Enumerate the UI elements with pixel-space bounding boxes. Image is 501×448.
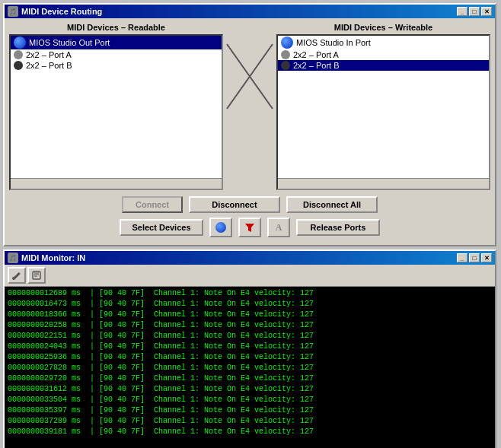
titlebar-buttons: _ □ ✕ (457, 7, 492, 16)
list-item[interactable]: 2x2 – Port B (11, 60, 222, 71)
device-icon-dark (281, 61, 290, 70)
list-item[interactable]: 2x2 – Port B (278, 60, 489, 71)
connection-lines (223, 37, 276, 189)
routing-window: 🎵 MIDI Device Routing _ □ ✕ MIDI Devices… (3, 3, 496, 246)
disconnect-button[interactable]: Disconnect (189, 196, 280, 213)
blue-ball-button[interactable] (209, 218, 232, 237)
funnel-icon (244, 222, 255, 233)
log-line: 0000000016473 ms | [90 40 7F] Channel 1:… (8, 299, 492, 310)
log-line: 0000000027828 ms | [90 40 7F] Channel 1:… (8, 363, 492, 373)
routing-window-title: MIDI Device Routing (21, 7, 102, 16)
routing-titlebar: 🎵 MIDI Device Routing _ □ ✕ (5, 5, 495, 18)
device-icon-gray (14, 50, 23, 59)
minimize-button[interactable]: _ (457, 7, 467, 16)
restore-button[interactable]: □ (469, 7, 480, 16)
device-label: MIOS Studio In Port (296, 38, 371, 47)
writeable-list-container: MIOS Studio In Port 2x2 – Port A 2x2 – P… (276, 34, 490, 190)
monitor-window-title: MIDI Monitor: IN (21, 253, 85, 262)
log-line: 0000000022151 ms | [90 40 7F] Channel 1:… (8, 331, 492, 342)
log-line: 0000000020258 ms | [90 40 7F] Channel 1:… (8, 320, 492, 331)
log-line: 0000000037289 ms | [90 40 7F] Channel 1:… (8, 416, 492, 427)
monitor-window: 🎵 MIDI Monitor: IN _ □ ✕ 0000000 (3, 249, 496, 448)
button-row-1: Connect Disconnect Disconnect All (9, 196, 490, 213)
device-label: 2x2 – Port A (293, 50, 339, 59)
log-line: 0000000029720 ms | [90 40 7F] Channel 1:… (8, 373, 492, 384)
connect-button[interactable]: Connect (122, 196, 183, 213)
writeable-panel: MIDI Devices – Writeable MIOS Studio In … (276, 23, 490, 190)
monitor-toolbar (5, 265, 495, 287)
list-item[interactable]: MIOS Studio Out Port (11, 36, 222, 49)
log-line: 0000000024043 ms | [90 40 7F] Channel 1:… (8, 342, 492, 352)
device-label: MIOS Studio Out Port (29, 38, 110, 47)
log-line: 0000000035397 ms | [90 40 7F] Channel 1:… (8, 405, 492, 416)
monitor-titlebar: 🎵 MIDI Monitor: IN _ □ ✕ (5, 251, 495, 265)
select-devices-button[interactable]: Select Devices (120, 219, 203, 236)
wrench-button[interactable] (8, 267, 26, 284)
monitor-titlebar-buttons: _ □ ✕ (457, 253, 492, 262)
monitor-restore-button[interactable]: □ (469, 253, 480, 262)
readable-list-container: MIOS Studio Out Port 2x2 – Port A 2x2 – … (9, 34, 223, 190)
button-row-2: Select Devices A Release Ports (9, 218, 490, 237)
svg-marker-2 (245, 224, 254, 232)
readable-hscrollbar[interactable] (11, 178, 222, 189)
wrench-icon (11, 270, 22, 281)
log-line: 0000000025936 ms | [90 40 7F] Channel 1:… (8, 352, 492, 363)
device-label: 2x2 – Port B (293, 61, 340, 70)
device-label: 2x2 – Port B (26, 61, 72, 70)
routing-content: MIDI Devices – Readable MIOS Studio Out … (5, 18, 495, 245)
release-ports-button[interactable]: Release Ports (296, 219, 380, 236)
blue-ball-icon (215, 222, 226, 233)
connector-area (223, 23, 276, 190)
filter-button[interactable] (238, 218, 261, 237)
device-icon-blue (14, 37, 26, 49)
readable-title: MIDI Devices – Readable (9, 23, 223, 32)
log-line: 0000000033504 ms | [90 40 7F] Channel 1:… (8, 395, 492, 405)
device-icon-blue (281, 37, 293, 49)
writeable-title: MIDI Devices – Writeable (276, 23, 490, 32)
monitor-output[interactable]: 0000000012689 ms | [90 40 7F] Channel 1:… (5, 287, 495, 448)
pencil-icon (31, 270, 42, 281)
list-item[interactable]: 2x2 – Port A (278, 49, 489, 60)
list-item[interactable]: MIOS Studio In Port (278, 36, 489, 49)
writeable-hscrollbar[interactable] (278, 178, 489, 189)
titlebar-left: 🎵 MIDI Device Routing (8, 6, 102, 17)
a-button[interactable]: A (267, 218, 290, 237)
log-line: 0000000012689 ms | [90 40 7F] Channel 1:… (8, 288, 492, 299)
monitor-minimize-button[interactable]: _ (457, 253, 467, 262)
svg-point-4 (12, 277, 15, 280)
log-line: 0000000031612 ms | [90 40 7F] Channel 1:… (8, 384, 492, 395)
readable-device-list[interactable]: MIOS Studio Out Port 2x2 – Port A 2x2 – … (11, 36, 222, 178)
device-icon-dark (14, 61, 23, 70)
disconnect-all-button[interactable]: Disconnect All (286, 196, 378, 213)
window-icon: 🎵 (8, 6, 18, 17)
writeable-device-list[interactable]: MIOS Studio In Port 2x2 – Port A 2x2 – P… (278, 36, 489, 178)
list-item[interactable]: 2x2 – Port A (11, 49, 222, 60)
devices-row: MIDI Devices – Readable MIOS Studio Out … (9, 23, 490, 190)
readable-panel: MIDI Devices – Readable MIOS Studio Out … (9, 23, 223, 190)
log-line: 0000000018366 ms | [90 40 7F] Channel 1:… (8, 310, 492, 320)
monitor-close-button[interactable]: ✕ (481, 253, 492, 262)
close-button[interactable]: ✕ (481, 7, 492, 16)
monitor-window-icon: 🎵 (8, 253, 18, 263)
log-line: 0000000039181 ms | [90 40 7F] Channel 1:… (8, 427, 492, 437)
device-icon-gray (281, 50, 290, 59)
a-icon: A (276, 222, 282, 234)
monitor-titlebar-left: 🎵 MIDI Monitor: IN (8, 253, 85, 263)
edit-button[interactable] (27, 267, 46, 284)
device-label: 2x2 – Port A (26, 50, 72, 59)
